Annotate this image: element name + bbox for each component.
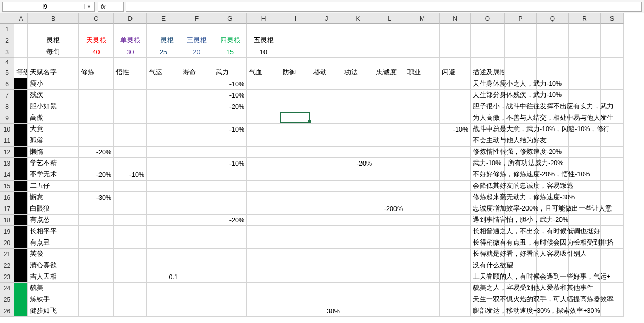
- cell[interactable]: 25: [147, 46, 180, 58]
- cell[interactable]: [180, 58, 213, 67]
- row-header[interactable]: 25: [0, 294, 14, 305]
- cell[interactable]: [147, 294, 180, 305]
- cell[interactable]: [147, 158, 180, 169]
- cell[interactable]: [180, 124, 213, 135]
- cell[interactable]: [180, 294, 213, 305]
- cell[interactable]: [14, 237, 28, 249]
- cell[interactable]: [213, 181, 247, 192]
- cell[interactable]: [180, 260, 213, 271]
- cell[interactable]: [114, 112, 147, 124]
- cell[interactable]: [405, 90, 440, 101]
- cell[interactable]: [440, 237, 471, 249]
- cell[interactable]: 胆小如鼠: [28, 101, 79, 112]
- cell[interactable]: [374, 78, 405, 90]
- cell[interactable]: [569, 58, 601, 67]
- cell[interactable]: [311, 147, 342, 158]
- cell[interactable]: [440, 158, 471, 169]
- cell[interactable]: [601, 260, 624, 271]
- cell[interactable]: [180, 101, 213, 112]
- cell[interactable]: 寿命: [180, 67, 213, 78]
- cell[interactable]: [374, 226, 405, 237]
- cell[interactable]: [213, 24, 247, 35]
- cell[interactable]: 清心寡欲: [28, 260, 79, 271]
- cell[interactable]: 炼铁手: [28, 294, 79, 305]
- cell[interactable]: 学艺不精: [28, 158, 79, 169]
- cell[interactable]: [147, 124, 180, 135]
- cell[interactable]: [247, 158, 280, 169]
- cell[interactable]: 胆子很小，战斗中往往发挥不出应有实力，武力: [471, 101, 505, 112]
- cell[interactable]: [180, 203, 213, 215]
- cell[interactable]: [114, 135, 147, 147]
- cell[interactable]: [601, 283, 624, 294]
- cell[interactable]: [405, 215, 440, 226]
- cell[interactable]: [374, 24, 405, 35]
- cell[interactable]: [471, 58, 505, 67]
- cell[interactable]: [280, 181, 311, 192]
- cell[interactable]: [440, 101, 471, 112]
- cell[interactable]: 10: [247, 46, 280, 58]
- cell[interactable]: [247, 101, 280, 112]
- cell[interactable]: [180, 192, 213, 203]
- cell[interactable]: 大意: [28, 124, 79, 135]
- cell[interactable]: [213, 58, 247, 67]
- cell[interactable]: [280, 192, 311, 203]
- cell[interactable]: [79, 215, 114, 226]
- cell[interactable]: [342, 237, 374, 249]
- cell[interactable]: [601, 135, 624, 147]
- cell[interactable]: [405, 260, 440, 271]
- column-header[interactable]: E: [147, 13, 180, 24]
- column-header[interactable]: P: [505, 13, 537, 24]
- row-header[interactable]: 2: [0, 35, 14, 46]
- cell[interactable]: 吉人天相: [28, 271, 79, 283]
- row-header[interactable]: 13: [0, 158, 14, 169]
- cell[interactable]: [405, 147, 440, 158]
- cell[interactable]: [14, 24, 28, 35]
- cell[interactable]: [374, 112, 405, 124]
- cell[interactable]: [247, 283, 280, 294]
- cell[interactable]: [247, 169, 280, 181]
- cell[interactable]: [537, 35, 569, 46]
- cell[interactable]: [601, 226, 624, 237]
- cell[interactable]: [280, 112, 311, 124]
- cell[interactable]: 30: [114, 46, 147, 58]
- cell[interactable]: [405, 192, 440, 203]
- cell[interactable]: [114, 24, 147, 35]
- cell[interactable]: [147, 283, 180, 294]
- cell[interactable]: [147, 78, 180, 90]
- cell[interactable]: [79, 249, 114, 260]
- cell[interactable]: [79, 101, 114, 112]
- column-header[interactable]: L: [374, 13, 405, 24]
- cell[interactable]: [471, 24, 505, 35]
- cell[interactable]: [247, 294, 280, 305]
- cell[interactable]: 灵根: [28, 35, 79, 46]
- cell[interactable]: [280, 46, 311, 58]
- cell[interactable]: -20%: [213, 101, 247, 112]
- row-header[interactable]: 10: [0, 124, 14, 135]
- cell[interactable]: [601, 58, 624, 67]
- cell[interactable]: [147, 112, 180, 124]
- row-header[interactable]: 17: [0, 203, 14, 215]
- cell[interactable]: [601, 67, 624, 78]
- cell[interactable]: [280, 58, 311, 67]
- cell[interactable]: [440, 112, 471, 124]
- cell[interactable]: [213, 147, 247, 158]
- cell[interactable]: [247, 237, 280, 249]
- cell[interactable]: [180, 158, 213, 169]
- cell[interactable]: [114, 78, 147, 90]
- cell[interactable]: [569, 135, 601, 147]
- cell[interactable]: [374, 283, 405, 294]
- cell[interactable]: [213, 260, 247, 271]
- cell[interactable]: -30%: [79, 192, 114, 203]
- cell[interactable]: [440, 226, 471, 237]
- cell[interactable]: [114, 294, 147, 305]
- cell[interactable]: 残疾: [28, 90, 79, 101]
- cell[interactable]: [601, 169, 624, 181]
- cell[interactable]: [471, 35, 505, 46]
- cell[interactable]: [537, 46, 569, 58]
- cell[interactable]: [213, 271, 247, 283]
- row-header[interactable]: 7: [0, 90, 14, 101]
- cell[interactable]: [280, 283, 311, 294]
- cell[interactable]: 白眼狼: [28, 203, 79, 215]
- cell[interactable]: [147, 101, 180, 112]
- cell[interactable]: [601, 24, 624, 35]
